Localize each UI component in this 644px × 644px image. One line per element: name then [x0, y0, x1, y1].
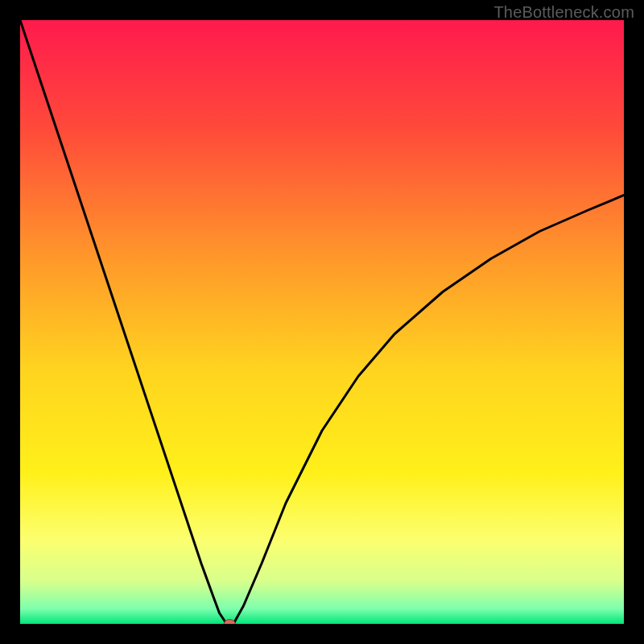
plot-area [20, 20, 624, 624]
chart-frame: TheBottleneck.com [0, 0, 644, 644]
gradient-background [20, 20, 624, 624]
bottleneck-chart [20, 20, 624, 624]
watermark-text: TheBottleneck.com [493, 3, 634, 22]
